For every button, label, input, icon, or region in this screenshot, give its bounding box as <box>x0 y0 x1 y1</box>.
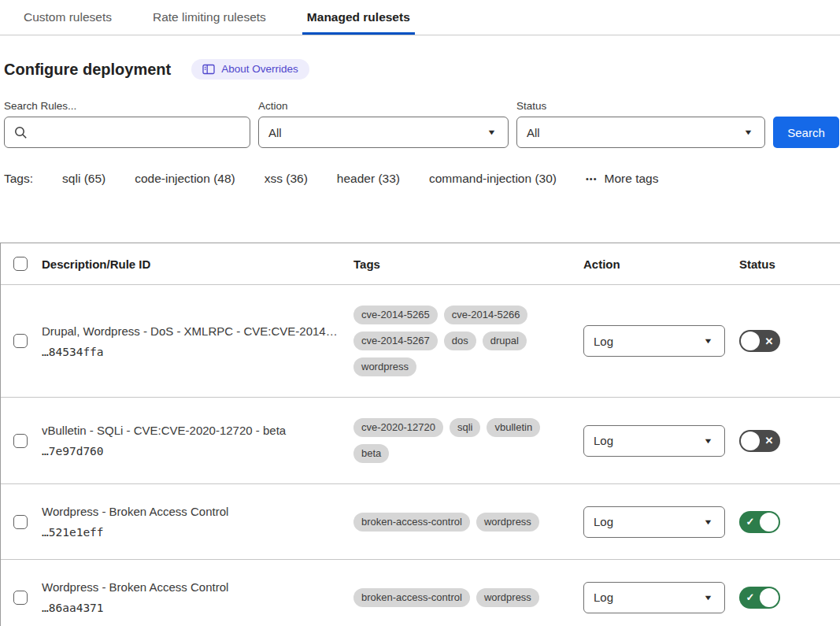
rule-id: …86aa4371 <box>42 602 353 614</box>
tag-filter-link[interactable]: code-injection (48) <box>135 172 235 186</box>
rule-description: Drupal, Wordpress - DoS - XMLRPC - CVE:C… <box>42 324 353 338</box>
tags-bar-label: Tags: <box>4 172 33 186</box>
toggle-knob <box>760 513 779 532</box>
status-filter-select[interactable]: All ▼ <box>516 117 765 148</box>
chevron-down-icon: ▼ <box>703 518 712 526</box>
tag-filter-link[interactable]: command-injection (30) <box>429 172 557 186</box>
tags-bar: Tags: sqli (65)code-injection (48)xss (3… <box>4 172 840 186</box>
select-all-checkbox[interactable] <box>13 257 28 271</box>
book-icon <box>202 64 215 75</box>
rule-description: Wordpress - Broken Access Control <box>42 580 353 594</box>
column-header-status: Status <box>739 257 840 271</box>
action-filter-label: Action <box>258 100 509 112</box>
row-checkbox[interactable] <box>13 515 28 529</box>
status-filter-value: All <box>527 126 540 139</box>
table-row: vBulletin - SQLi - CVE:CVE-2020-12720 - … <box>1 398 840 484</box>
tab-rate-limiting-rulesets[interactable]: Rate limiting rulesets <box>148 0 271 35</box>
page-title: Configure deployment <box>4 61 171 79</box>
chevron-down-icon: ▼ <box>487 128 496 136</box>
tag-chip: cve-2020-12720 <box>353 418 443 437</box>
about-overrides-label: About Overrides <box>221 63 298 75</box>
rule-tags: broken-access-controlwordpress <box>353 588 583 607</box>
chevron-down-icon: ▼ <box>703 337 712 345</box>
check-icon: ✓ <box>741 592 760 602</box>
rules-table: Description/Rule ID Tags Action Status D… <box>0 243 840 626</box>
x-icon: ✕ <box>760 435 779 446</box>
status-toggle[interactable]: ✕ <box>739 330 780 352</box>
tag-chip: dos <box>444 332 476 350</box>
rule-action-select[interactable]: Log ▼ <box>583 325 725 357</box>
managed-rulesets-page: Custom rulesets Rate limiting rulesets M… <box>0 0 840 626</box>
tag-chip: cve-2014-5265 <box>353 306 438 324</box>
tag-links: sqli (65)code-injection (48)xss (36)head… <box>62 172 557 186</box>
chevron-down-icon: ▼ <box>703 437 712 445</box>
status-filter-label: Status <box>516 100 765 112</box>
status-toggle[interactable]: ✕ <box>739 430 780 452</box>
tag-chip: wordpress <box>353 357 416 376</box>
rule-description: vBulletin - SQLi - CVE:CVE-2020-12720 - … <box>42 424 353 437</box>
tag-chip: cve-2014-5267 <box>353 332 438 350</box>
ruleset-tabbar: Custom rulesets Rate limiting rulesets M… <box>0 0 840 35</box>
more-tags-button[interactable]: ••• More tags <box>586 172 658 186</box>
rule-tags: cve-2014-5265cve-2014-5266cve-2014-5267d… <box>353 306 583 376</box>
table-body: Drupal, Wordpress - DoS - XMLRPC - CVE:C… <box>1 285 840 626</box>
rule-action-select[interactable]: Log ▼ <box>583 582 725 613</box>
rule-action-value: Log <box>594 591 613 604</box>
check-icon: ✓ <box>741 517 760 527</box>
status-toggle[interactable]: ✓ <box>739 511 780 533</box>
tag-filter-link[interactable]: header (33) <box>337 172 400 186</box>
about-overrides-badge[interactable]: About Overrides <box>191 59 309 80</box>
rule-action-value: Log <box>594 434 613 447</box>
chevron-down-icon: ▼ <box>703 594 712 602</box>
tag-chip: wordpress <box>476 513 539 532</box>
tab-custom-rulesets[interactable]: Custom rulesets <box>19 0 117 35</box>
search-button[interactable]: Search <box>773 117 839 148</box>
action-field-group: Action All ▼ <box>258 100 509 148</box>
chevron-down-icon: ▼ <box>743 128 753 136</box>
rule-id: …7e97d760 <box>42 445 353 457</box>
toggle-knob <box>741 332 760 350</box>
rule-description: Wordpress - Broken Access Control <box>42 505 353 518</box>
toggle-knob <box>760 588 779 607</box>
table-row: Wordpress - Broken Access Control …86aa4… <box>1 560 840 626</box>
rule-action-value: Log <box>594 335 613 348</box>
column-header-action: Action <box>583 257 739 271</box>
tag-chip: beta <box>353 444 389 463</box>
tag-filter-link[interactable]: xss (36) <box>265 172 308 186</box>
column-header-description: Description/Rule ID <box>42 257 353 271</box>
filters-row: Search Rules... Action All ▼ Status All … <box>4 100 840 148</box>
toggle-knob <box>741 432 760 450</box>
tag-chip: drupal <box>483 332 527 350</box>
search-label: Search Rules... <box>4 100 250 112</box>
table-header-row: Description/Rule ID Tags Action Status <box>1 243 840 285</box>
search-input[interactable] <box>34 126 240 139</box>
tag-chip: broken-access-control <box>353 588 470 607</box>
tag-chip: broken-access-control <box>353 513 470 532</box>
tag-chip: wordpress <box>476 588 539 607</box>
more-tags-label: More tags <box>605 172 659 186</box>
tag-filter-link[interactable]: sqli (65) <box>62 172 105 186</box>
rule-tags: cve-2020-12720sqlivbulletinbeta <box>353 418 583 463</box>
row-checkbox[interactable] <box>13 434 28 448</box>
ellipsis-icon: ••• <box>586 174 598 183</box>
search-field-group: Search Rules... <box>4 100 250 148</box>
row-checkbox[interactable] <box>13 591 28 605</box>
column-header-tags: Tags <box>353 257 583 271</box>
rule-tags: broken-access-controlwordpress <box>353 513 583 532</box>
action-filter-select[interactable]: All ▼ <box>258 117 509 148</box>
row-checkbox[interactable] <box>13 334 28 348</box>
tab-managed-rulesets[interactable]: Managed rulesets <box>302 0 415 35</box>
status-toggle[interactable]: ✓ <box>739 587 780 609</box>
tag-chip: sqli <box>450 418 481 437</box>
x-icon: ✕ <box>760 336 779 346</box>
rule-action-select[interactable]: Log ▼ <box>583 506 725 538</box>
rule-action-select[interactable]: Log ▼ <box>583 425 725 457</box>
tag-chip: cve-2014-5266 <box>444 306 528 324</box>
tag-chip: vbulletin <box>487 418 540 437</box>
rule-action-value: Log <box>594 515 613 528</box>
search-input-box <box>4 117 250 148</box>
action-filter-value: All <box>268 126 282 139</box>
heading-row: Configure deployment About Overrides <box>4 59 840 80</box>
rule-id: …84534ffa <box>42 346 353 358</box>
table-row: Wordpress - Broken Access Control …521e1… <box>1 484 840 560</box>
